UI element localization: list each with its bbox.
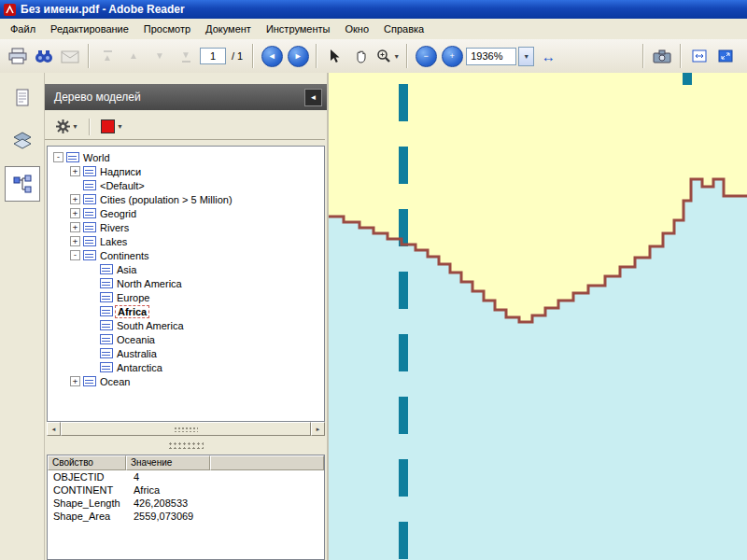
menu-file[interactable]: Файл	[3, 21, 43, 37]
zoom-out-button[interactable]: −	[414, 42, 438, 70]
expand-expander-icon[interactable]: +	[70, 236, 80, 246]
panel-splitter[interactable]	[45, 436, 327, 455]
tree-item-cities[interactable]: + Cities (population > 5 Million)	[48, 192, 324, 206]
document-canvas[interactable]	[329, 73, 747, 560]
panel-title: Дерево моделей	[54, 91, 141, 104]
layer-node-icon	[83, 236, 96, 246]
tree-item-australia[interactable]: Australia	[48, 346, 324, 360]
go-back-button[interactable]: ◄	[260, 42, 284, 70]
sidebar-tab-pages[interactable]	[5, 80, 40, 116]
window-title: Без имени.pdf - Adobe Reader	[21, 3, 185, 16]
print-button[interactable]	[6, 42, 30, 70]
tree-item-south-america[interactable]: South America	[48, 318, 324, 332]
full-screen-button[interactable]	[713, 42, 738, 70]
fit-page-icon	[691, 49, 708, 63]
property-name: Shape_Length	[48, 497, 126, 509]
expander-placeholder	[87, 278, 97, 288]
collapse-expander-icon[interactable]: -	[53, 152, 63, 162]
tree-item-lakes[interactable]: + Lakes	[48, 234, 324, 248]
collapse-expander-icon[interactable]: -	[70, 250, 80, 260]
tree-item-rivers[interactable]: + Rivers	[48, 220, 324, 234]
tree-item-world[interactable]: - World	[48, 150, 324, 164]
highlight-color-button[interactable]: ▼	[97, 117, 127, 136]
expander-placeholder	[87, 264, 97, 274]
tree-item-label: Надписи	[100, 166, 141, 177]
hand-tool-button[interactable]	[349, 42, 374, 70]
property-value: 4	[126, 471, 139, 483]
tree-horizontal-scrollbar[interactable]: ◄ ►	[47, 422, 325, 436]
expander-placeholder	[87, 292, 97, 302]
tree-item-continents[interactable]: - Continents	[48, 248, 324, 262]
title-bar[interactable]: Без имени.pdf - Adobe Reader	[0, 0, 747, 19]
column-header-property[interactable]: Свойство	[48, 455, 126, 470]
expand-expander-icon[interactable]: +	[70, 194, 80, 204]
column-header-value[interactable]: Значение	[126, 455, 210, 470]
search-button[interactable]	[32, 42, 56, 70]
tree-item-label: Cities (population > 5 Million)	[100, 194, 233, 205]
previous-page-icon: ▲	[129, 51, 138, 61]
zoom-level-field[interactable]: 1936%	[466, 48, 516, 65]
email-icon	[61, 49, 79, 63]
tree-item-antarctica[interactable]: Antarctica	[48, 360, 324, 374]
scroll-right-icon: ►	[316, 427, 321, 432]
tree-item-europe[interactable]: Europe	[48, 290, 324, 304]
first-page-button[interactable]: ▲	[95, 42, 120, 70]
property-row-shape-length[interactable]: Shape_Length 426,208533	[48, 497, 324, 510]
expand-expander-icon[interactable]: +	[70, 166, 80, 176]
select-tool-button[interactable]	[323, 42, 347, 70]
go-forward-button[interactable]: ►	[286, 42, 310, 70]
previous-page-button[interactable]: ▲	[121, 42, 146, 70]
menu-bar: Файл Редактирование Просмотр Документ Ин…	[0, 19, 747, 40]
next-page-icon: ▼	[155, 51, 164, 61]
menu-help[interactable]: Справка	[376, 21, 431, 37]
next-page-button[interactable]: ▼	[148, 42, 172, 70]
tree-item-labels[interactable]: + Надписи	[48, 164, 324, 178]
expand-expander-icon[interactable]: +	[70, 376, 80, 386]
zoom-tool-button[interactable]: ▼	[375, 42, 401, 70]
menu-window[interactable]: Окно	[337, 21, 376, 37]
scroll-right-button[interactable]: ►	[311, 422, 325, 436]
expand-expander-icon[interactable]: +	[70, 208, 80, 218]
menu-view[interactable]: Просмотр	[136, 21, 198, 37]
collapse-panel-button[interactable]: ◄	[304, 89, 322, 106]
menu-tools[interactable]: Инструменты	[259, 21, 338, 37]
pdf-app-icon	[4, 4, 16, 16]
tree-item-oceania[interactable]: Oceania	[48, 332, 324, 346]
property-row-shape-area[interactable]: Shape_Area 2559,073069	[48, 510, 324, 523]
property-value: 426,208533	[126, 497, 188, 509]
tree-item-geogrid[interactable]: + Geogrid	[48, 206, 324, 220]
scroll-left-button[interactable]: ◄	[47, 422, 61, 436]
property-row-objectid[interactable]: OBJECTID 4	[48, 470, 324, 483]
fit-page-button[interactable]	[687, 42, 712, 70]
scrollbar-thumb[interactable]	[61, 422, 311, 436]
property-row-continent[interactable]: CONTINENT Africa	[48, 483, 324, 497]
menu-document[interactable]: Документ	[198, 21, 259, 37]
properties-panel: Свойство Значение OBJECTID 4 CONTINENT A…	[47, 455, 325, 560]
tree-item-africa[interactable]: Africa	[48, 304, 324, 318]
chevron-down-icon: ▼	[72, 123, 78, 130]
last-page-button[interactable]: ▼	[174, 42, 198, 70]
layer-node-icon	[83, 250, 96, 260]
tree-item-label: Lakes	[100, 236, 127, 247]
sidebar-tab-model-tree[interactable]	[5, 166, 40, 202]
fit-width-button[interactable]: ↔	[536, 42, 560, 70]
options-menu-button[interactable]: ▼	[52, 117, 82, 136]
tree-item-ocean[interactable]: + Ocean	[48, 374, 324, 388]
tree-item-label: <Default>	[100, 180, 145, 191]
sidebar-tab-layers[interactable]	[5, 123, 40, 159]
page-number-input[interactable]	[200, 48, 226, 64]
zoom-dropdown-button[interactable]: ▼	[518, 47, 534, 66]
send-email-button[interactable]	[58, 42, 82, 70]
snapshot-tool-button[interactable]	[650, 42, 674, 70]
pages-icon	[14, 88, 31, 108]
zoom-in-button[interactable]: +	[440, 42, 464, 70]
tree-item-default[interactable]: <Default>	[48, 178, 324, 192]
expander-placeholder	[87, 362, 97, 372]
menu-edit[interactable]: Редактирование	[43, 21, 136, 37]
tree-item-north-america[interactable]: North America	[48, 276, 324, 290]
expand-expander-icon[interactable]: +	[70, 222, 80, 232]
property-value: Africa	[126, 484, 160, 496]
printer-icon	[7, 48, 28, 64]
tree-item-asia[interactable]: Asia	[48, 262, 324, 276]
toolbar-separator	[252, 44, 254, 68]
